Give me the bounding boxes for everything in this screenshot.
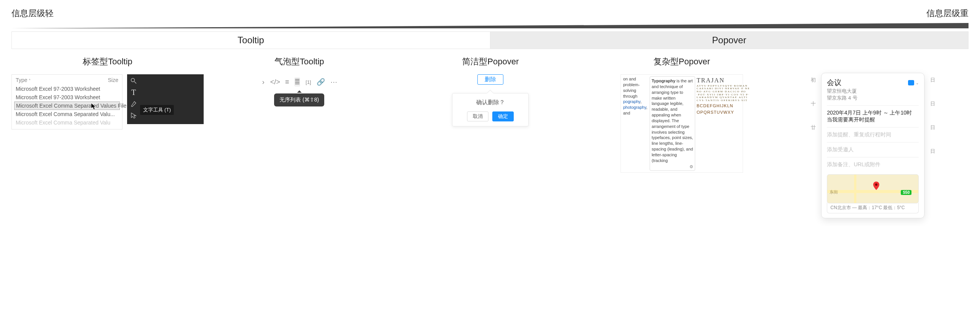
calendar-color-picker[interactable]: ⌄ <box>908 80 919 85</box>
editor-toolbar: › </> ≡ ≣ [1] 🔗 ⋯ <box>259 74 340 90</box>
delete-button[interactable]: 删除 <box>477 74 503 85</box>
col-header-size[interactable]: Size <box>108 77 118 83</box>
list-item[interactable]: Microsoft Excel 97-2003 Worksheet <box>16 93 118 102</box>
scale-label-light: 信息层级轻 <box>11 8 54 19</box>
calendar-day-markers-right: 日 日 日 日 <box>927 73 938 218</box>
confirm-popover: 确认删除？ 取消 确定 <box>452 93 529 126</box>
svg-line-3 <box>134 82 136 84</box>
wiki-preview-popover: on and problem-solving through pography,… <box>621 74 743 173</box>
event-map[interactable]: 东街 S50 <box>827 174 919 203</box>
cancel-button[interactable]: 取消 <box>467 111 488 121</box>
scale-label-heavy: 信息层级重 <box>926 8 969 19</box>
map-road-label: 东街 <box>830 189 838 195</box>
list-item-selected[interactable]: Microsoft Excel Comma Separated Values F… <box>14 102 120 110</box>
tab-popover[interactable]: Popover <box>490 32 969 49</box>
cursor-icon <box>91 103 96 111</box>
code-icon[interactable]: </> <box>271 77 280 87</box>
trajan-image: TRAJAN ATVS·POPVLVSQVE·ROMAN CAESARI·DIV… <box>697 76 743 172</box>
calendar-day-markers: 初 十 廿 <box>807 73 819 218</box>
wiki-link[interactable]: pography <box>623 99 640 104</box>
link-icon[interactable]: 🔗 <box>317 77 325 87</box>
sort-indicator-icon: ˄ <box>29 79 31 83</box>
route-shield: S50 <box>901 190 911 195</box>
wiki-link[interactable]: photography <box>623 105 646 110</box>
confirm-text: 确认删除？ <box>457 99 524 106</box>
dark-tool-palette: T 文字工具 (T) <box>127 74 204 124</box>
wiki-background-text: on and problem-solving through pography,… <box>621 75 650 172</box>
color-chip-icon <box>908 80 914 85</box>
text-tool-icon[interactable]: T <box>129 88 138 97</box>
list-item[interactable]: Microsoft Excel 97-2003 Worksheet <box>16 85 118 93</box>
numbered-icon[interactable]: [1] <box>305 77 311 87</box>
svg-marker-0 <box>11 23 969 28</box>
tooltip-bubble: 无序列表 (⌘⇧8) <box>274 93 324 106</box>
add-invitee-placeholder[interactable]: 添加受邀人 <box>827 142 919 153</box>
file-explorer-list: Type ˄ Size Microsoft Excel 97-2003 Work… <box>11 74 122 129</box>
unordered-list-icon[interactable]: ≣ <box>294 77 300 87</box>
svg-point-2 <box>131 79 135 82</box>
add-reminder-placeholder[interactable]: 添加提醒、重复或行程时间 <box>827 127 919 138</box>
category-tabs: Tooltip Popover <box>11 31 969 49</box>
col-title-label-tooltip: 标签型Tooltip <box>83 56 132 67</box>
event-alert[interactable]: 当我需要离开时提醒 <box>827 116 919 123</box>
col-title-bubble-tooltip: 气泡型Tooltip <box>274 56 324 67</box>
wiki-popover-card: Typography is the art and technique of a… <box>650 76 695 171</box>
event-time[interactable]: 2020年4月7日 上午9时 ～ 上午10时 <box>827 110 919 116</box>
ok-button[interactable]: 确定 <box>492 111 514 121</box>
event-weather: CN北京市 — 最高：17°C 最低：5°C <box>827 203 919 213</box>
svg-point-5 <box>875 183 877 186</box>
gear-icon[interactable]: ⚙ <box>689 164 693 170</box>
tooltip-label: 文字工具 (T) <box>140 105 174 115</box>
scale-wedge <box>11 23 969 28</box>
chevron-down-icon: ⌄ <box>916 81 919 85</box>
arrow-tool-icon[interactable] <box>129 111 138 120</box>
calendar-event-popover: 会议 ⌄ 望京恒电大厦 望京东路 4 号 2020年4月7日 上午9时 ～ 上午… <box>821 73 924 218</box>
svg-marker-1 <box>91 103 96 110</box>
col-title-complex-popover: 复杂型Popover <box>653 56 710 67</box>
event-location-1: 望京恒电大厦 <box>827 88 919 95</box>
pen-tool-icon[interactable] <box>129 100 138 108</box>
svg-marker-4 <box>131 113 136 118</box>
map-pin-icon <box>873 182 879 191</box>
tab-tooltip[interactable]: Tooltip <box>12 32 490 49</box>
col-title-simple-popover: 简洁型Popover <box>462 56 519 67</box>
more-icon[interactable]: ⋯ <box>330 77 337 87</box>
event-location-2: 望京东路 4 号 <box>827 95 919 102</box>
list-item[interactable]: Microsoft Excel Comma Separated Valu <box>16 118 118 127</box>
expand-icon[interactable]: › <box>261 77 265 87</box>
ordered-list-icon[interactable]: ≡ <box>285 77 289 87</box>
add-notes-placeholder[interactable]: 添加备注、URL或附件 <box>827 157 919 168</box>
col-title-complex-popover-spacer <box>872 56 874 66</box>
list-item[interactable]: Microsoft Excel Comma Separated Valu... <box>16 110 118 118</box>
magnifier-icon[interactable] <box>129 77 138 85</box>
event-title[interactable]: 会议 <box>827 78 841 88</box>
col-header-type[interactable]: Type ˄ <box>16 77 31 83</box>
